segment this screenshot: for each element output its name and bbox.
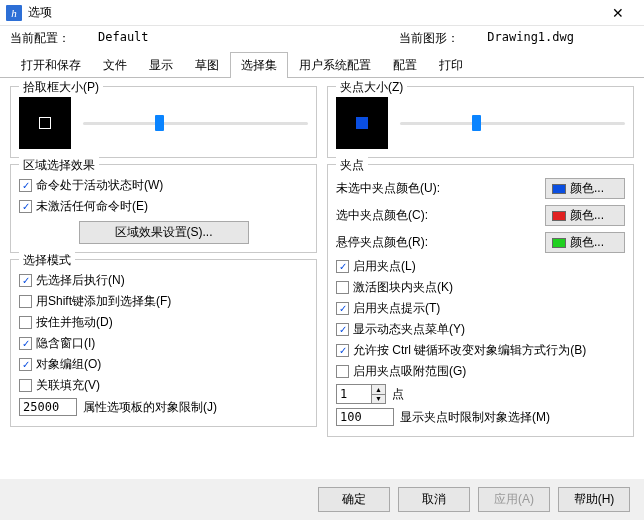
pickbox-group: 拾取框大小(P) [10, 86, 317, 158]
grip-label-5: 启用夹点吸附范围(G) [353, 363, 466, 380]
selmode-label-5: 关联填充(V) [36, 377, 100, 394]
spin-up-icon[interactable]: ▲ [372, 385, 385, 395]
spin-down-icon[interactable]: ▼ [372, 395, 385, 404]
grip-checkbox-1[interactable] [336, 281, 349, 294]
tab-1[interactable]: 文件 [92, 52, 138, 78]
pickbox-title: 拾取框大小(P) [19, 79, 103, 96]
window-title: 选项 [28, 4, 598, 21]
apply-button[interactable]: 应用(A) [478, 487, 550, 512]
selmode-checkbox-4[interactable]: ✓ [19, 358, 32, 371]
selmode-label-1: 用Shift键添加到选择集(F) [36, 293, 171, 310]
selmode-group: 选择模式 ✓先选择后执行(N)用Shift键添加到选择集(F)按住并拖动(D)✓… [10, 259, 317, 427]
tab-4[interactable]: 选择集 [230, 52, 288, 78]
tab-3[interactable]: 草图 [184, 52, 230, 78]
drawing-label: 当前图形： [399, 30, 459, 47]
checkbox-cmd-active[interactable]: ✓ [19, 179, 32, 192]
grip-label-2: 启用夹点提示(T) [353, 300, 440, 317]
config-value: Default [98, 30, 149, 47]
app-icon: h [6, 5, 22, 21]
label-cmd-active: 命令处于活动状态时(W) [36, 177, 163, 194]
selmode-title: 选择模式 [19, 252, 75, 269]
selmode-limit-label: 属性选项板的对象限制(J) [83, 399, 217, 416]
selmode-label-3: 隐含窗口(I) [36, 335, 95, 352]
selmode-checkbox-0[interactable]: ✓ [19, 274, 32, 287]
region-settings-button[interactable]: 区域效果设置(S)... [79, 221, 249, 244]
tab-6[interactable]: 配置 [382, 52, 428, 78]
grip-spin[interactable]: 1 ▲▼ [336, 384, 386, 404]
unsel-color-label: 未选中夹点颜色(U): [336, 180, 539, 197]
sel-color-label: 选中夹点颜色(C): [336, 207, 539, 224]
grip-checkbox-5[interactable] [336, 365, 349, 378]
grip-label-4: 允许按 Ctrl 键循环改变对象编辑方式行为(B) [353, 342, 586, 359]
gripsize-title: 夹点大小(Z) [336, 79, 407, 96]
selmode-checkbox-1[interactable] [19, 295, 32, 308]
grip-label-3: 显示动态夹点菜单(Y) [353, 321, 465, 338]
tab-2[interactable]: 显示 [138, 52, 184, 78]
help-button[interactable]: 帮助(H) [558, 487, 630, 512]
pickbox-preview [19, 97, 71, 149]
hover-color-button[interactable]: 颜色... [545, 232, 625, 253]
drawing-value: Drawing1.dwg [487, 30, 574, 47]
close-icon[interactable]: ✕ [598, 5, 638, 21]
pickbox-slider[interactable] [83, 113, 308, 133]
cancel-button[interactable]: 取消 [398, 487, 470, 512]
selmode-checkbox-5[interactable] [19, 379, 32, 392]
tab-5[interactable]: 用户系统配置 [288, 52, 382, 78]
ok-button[interactable]: 确定 [318, 487, 390, 512]
gripsize-preview [336, 97, 388, 149]
label-no-cmd: 未激活任何命令时(E) [36, 198, 148, 215]
tab-0[interactable]: 打开和保存 [10, 52, 92, 78]
grip-checkbox-0[interactable]: ✓ [336, 260, 349, 273]
grip-limit-label: 显示夹点时限制对象选择(M) [400, 409, 550, 426]
selmode-checkbox-2[interactable] [19, 316, 32, 329]
grips-group: 夹点 未选中夹点颜色(U): 颜色... 选中夹点颜色(C): 颜色... 悬停… [327, 164, 634, 437]
grips-title: 夹点 [336, 157, 368, 174]
selmode-checkbox-3[interactable]: ✓ [19, 337, 32, 350]
grip-label-0: 启用夹点(L) [353, 258, 416, 275]
sel-color-button[interactable]: 颜色... [545, 205, 625, 226]
grip-checkbox-4[interactable]: ✓ [336, 344, 349, 357]
grip-spin-unit: 点 [392, 386, 404, 403]
grip-limit-input[interactable]: 100 [336, 408, 394, 426]
grip-label-1: 激活图块内夹点(K) [353, 279, 453, 296]
selmode-label-2: 按住并拖动(D) [36, 314, 113, 331]
gripsize-slider[interactable] [400, 113, 625, 133]
grip-checkbox-3[interactable]: ✓ [336, 323, 349, 336]
selmode-limit-input[interactable]: 25000 [19, 398, 77, 416]
hover-color-label: 悬停夹点颜色(R): [336, 234, 539, 251]
unsel-color-button[interactable]: 颜色... [545, 178, 625, 199]
selmode-label-4: 对象编组(O) [36, 356, 101, 373]
checkbox-no-cmd[interactable]: ✓ [19, 200, 32, 213]
region-title: 区域选择效果 [19, 157, 99, 174]
tab-7[interactable]: 打印 [428, 52, 474, 78]
selmode-label-0: 先选择后执行(N) [36, 272, 125, 289]
grip-checkbox-2[interactable]: ✓ [336, 302, 349, 315]
config-label: 当前配置： [10, 30, 70, 47]
gripsize-group: 夹点大小(Z) [327, 86, 634, 158]
region-group: 区域选择效果 ✓命令处于活动状态时(W) ✓未激活任何命令时(E) 区域效果设置… [10, 164, 317, 253]
